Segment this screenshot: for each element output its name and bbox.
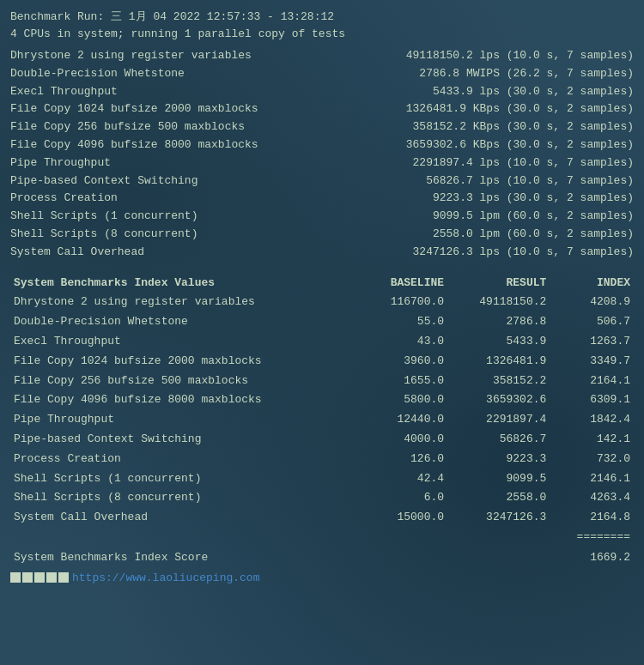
index-data-row: Pipe-based Context Switching 4000.0 5682… (10, 430, 634, 450)
bench-values: 358152.2 KBps (30.0 s, 2 samples) (245, 118, 634, 136)
bench-label: File Copy 256 bufsize 500 maxblocks (10, 118, 245, 136)
index-row-result: 358152.2 (447, 372, 550, 391)
bench-values: 2558.0 lpm (60.0 s, 2 samples) (197, 226, 634, 244)
index-row-index: 3349.7 (550, 352, 634, 372)
index-row-label: Double-Precision Whetstone (10, 312, 363, 332)
bench-label: File Copy 4096 bufsize 8000 maxblocks (10, 136, 258, 154)
bench-values: 9223.3 lps (30.0 s, 2 samples) (118, 190, 634, 208)
index-row-baseline: 55.0 (363, 312, 447, 332)
bench-values: 56826.7 lps (10.0 s, 7 samples) (197, 172, 634, 190)
index-data-row: Double-Precision Whetstone 55.0 2786.8 5… (10, 312, 634, 332)
index-row-result: 9223.3 (447, 450, 550, 469)
score-value: 1669.2 (550, 547, 634, 568)
index-row-index: 4263.4 (550, 488, 634, 508)
bench-values: 49118150.2 lps (10.0 s, 7 samples) (252, 47, 634, 65)
index-data-row: Execl Throughput 43.0 5433.9 1263.7 (10, 332, 634, 352)
score-label: System Benchmarks Index Score (10, 547, 363, 568)
bench-values: 2786.8 MWIPS (26.2 s, 7 samples) (185, 65, 634, 83)
index-row-index: 142.1 (550, 430, 634, 450)
index-row-index: 2164.1 (550, 372, 634, 391)
index-row-result: 1326481.9 (447, 352, 550, 372)
bench-label: Execl Throughput (10, 83, 118, 101)
index-row-baseline: 126.0 (363, 450, 447, 469)
bench-values: 9099.5 lpm (60.0 s, 2 samples) (197, 208, 634, 226)
index-data-row: Pipe Throughput 12440.0 2291897.4 1842.4 (10, 410, 634, 430)
bench-row: Dhrystone 2 using register variables 491… (10, 47, 634, 65)
index-data-row: Shell Scripts (8 concurrent) 6.0 2558.0 … (10, 488, 634, 508)
index-header-row: System Benchmarks Index Values BASELINE … (10, 274, 634, 293)
index-row-baseline: 6.0 (363, 488, 447, 508)
index-row-baseline: 3960.0 (363, 352, 447, 372)
bench-label: Shell Scripts (1 concurrent) (10, 208, 197, 226)
index-row-baseline: 43.0 (363, 332, 447, 352)
watermark-box-2 (22, 572, 33, 583)
bench-row: Execl Throughput 5433.9 lps (30.0 s, 2 s… (10, 83, 634, 101)
watermark-boxes (10, 572, 69, 583)
watermark: https://www.laoliuceping.com (10, 571, 634, 584)
index-data-row: Process Creation 126.0 9223.3 732.0 (10, 450, 634, 469)
index-row-result: 49118150.2 (447, 293, 550, 312)
index-data-row: File Copy 4096 bufsize 8000 maxblocks 58… (10, 390, 634, 410)
bench-row: System Call Overhead 3247126.3 lps (10.0… (10, 244, 634, 262)
header-line1: Benchmark Run: 三 1月 04 2022 12:57:33 - 1… (10, 9, 634, 26)
separator-row: ======== (10, 528, 634, 547)
watermark-box-4 (46, 572, 57, 583)
header-line2: 4 CPUs in system; running 1 parallel cop… (10, 26, 634, 43)
watermark-link[interactable]: https://www.laoliuceping.com (72, 571, 259, 584)
bench-row: Shell Scripts (1 concurrent) 9099.5 lpm … (10, 208, 634, 226)
index-row-baseline: 15000.0 (363, 508, 447, 528)
index-row-baseline: 1655.0 (363, 372, 447, 391)
index-row-label: File Copy 1024 bufsize 2000 maxblocks (10, 352, 363, 372)
bench-label: System Call Overhead (10, 244, 144, 262)
watermark-box-5 (58, 572, 69, 583)
benchmark-list: Dhrystone 2 using register variables 491… (10, 47, 634, 262)
bench-row: Pipe-based Context Switching 56826.7 lps… (10, 172, 634, 190)
bench-label: Dhrystone 2 using register variables (10, 47, 252, 65)
index-row-label: Shell Scripts (1 concurrent) (10, 469, 363, 489)
index-row-label: File Copy 4096 bufsize 8000 maxblocks (10, 390, 363, 410)
header: Benchmark Run: 三 1月 04 2022 12:57:33 - 1… (10, 9, 634, 42)
index-row-result: 2558.0 (447, 488, 550, 508)
bench-row: Pipe Throughput 2291897.4 lps (10.0 s, 7… (10, 154, 634, 172)
index-table: System Benchmarks Index Values BASELINE … (10, 274, 634, 568)
bench-row: File Copy 4096 bufsize 8000 maxblocks 36… (10, 136, 634, 154)
index-row-result: 56826.7 (447, 430, 550, 450)
index-row-result: 3659302.6 (447, 390, 550, 410)
col-baseline-header: BASELINE (363, 274, 447, 293)
bench-label: Double-Precision Whetstone (10, 65, 185, 83)
bench-label: Shell Scripts (8 concurrent) (10, 226, 197, 244)
watermark-box-1 (10, 572, 21, 583)
index-data-row: File Copy 256 bufsize 500 maxblocks 1655… (10, 372, 634, 391)
index-row-baseline: 12440.0 (363, 410, 447, 430)
index-row-index: 2164.8 (550, 508, 634, 528)
index-data-row: Dhrystone 2 using register variables 116… (10, 293, 634, 312)
bench-row: File Copy 256 bufsize 500 maxblocks 3581… (10, 118, 634, 136)
bench-label: Process Creation (10, 190, 118, 208)
index-row-index: 1263.7 (550, 332, 634, 352)
score-empty (363, 547, 550, 568)
index-row-label: System Call Overhead (10, 508, 363, 528)
index-row-index: 6309.1 (550, 390, 634, 410)
index-row-baseline: 5800.0 (363, 390, 447, 410)
index-row-result: 3247126.3 (447, 508, 550, 528)
bench-values: 3659302.6 KBps (30.0 s, 2 samples) (258, 136, 634, 154)
index-row-index: 506.7 (550, 312, 634, 332)
separator-text: ======== (550, 528, 634, 547)
score-row: System Benchmarks Index Score 1669.2 (10, 547, 634, 568)
bench-label: File Copy 1024 bufsize 2000 maxblocks (10, 100, 258, 118)
index-row-result: 2291897.4 (447, 410, 550, 430)
index-data-row: Shell Scripts (1 concurrent) 42.4 9099.5… (10, 469, 634, 489)
index-data-row: File Copy 1024 bufsize 2000 maxblocks 39… (10, 352, 634, 372)
bench-row: Shell Scripts (8 concurrent) 2558.0 lpm … (10, 226, 634, 244)
index-row-baseline: 116700.0 (363, 293, 447, 312)
index-row-index: 2146.1 (550, 469, 634, 489)
bench-row: File Copy 1024 bufsize 2000 maxblocks 13… (10, 100, 634, 118)
index-row-index: 1842.4 (550, 410, 634, 430)
index-row-label: Process Creation (10, 450, 363, 469)
bench-values: 5433.9 lps (30.0 s, 2 samples) (118, 83, 634, 101)
index-row-label: Shell Scripts (8 concurrent) (10, 488, 363, 508)
index-row-label: Execl Throughput (10, 332, 363, 352)
index-row-index: 732.0 (550, 450, 634, 469)
index-row-label: Pipe-based Context Switching (10, 430, 363, 450)
bench-values: 2291897.4 lps (10.0 s, 7 samples) (111, 154, 634, 172)
